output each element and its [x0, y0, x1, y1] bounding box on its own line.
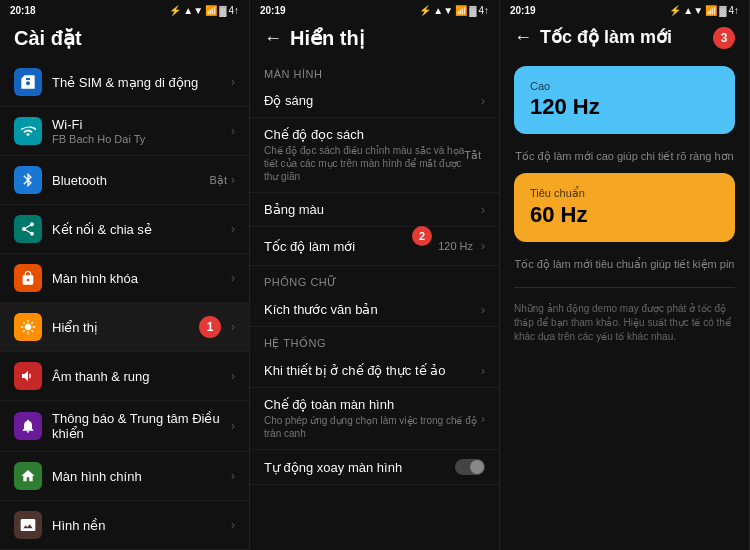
panel-refresh: 20:19 ⚡ ▲▼ 📶 ▓ 4↑ ← Tốc độ làm mới 3 Cao… — [500, 0, 750, 550]
bluetooth-value: Bật — [210, 174, 227, 187]
wallpaper-chevron: › — [231, 518, 235, 532]
autorotate-text: Tự động xoay màn hình — [264, 460, 455, 475]
settings-item-wallpaper[interactable]: Hình nền › — [0, 501, 249, 550]
wifi-icon-status: 📶 — [205, 5, 217, 16]
lockscreen-chevron: › — [231, 271, 235, 285]
display-item-brightness[interactable]: Độ sáng › — [250, 84, 499, 118]
status-bar-1: 20:18 ⚡ ▲▼ 📶 ▓ 4↑ — [0, 0, 249, 20]
connect-chevron: › — [231, 222, 235, 236]
battery-icon: ▓ — [219, 5, 226, 16]
refresh-chevron: › — [481, 239, 485, 253]
readmode-text: Chế độ đọc sách Chế độ đọc sách điều chỉ… — [264, 127, 464, 183]
status-icons-3: ⚡ ▲▼ 📶 ▓ 4↑ — [669, 5, 739, 16]
settings-title: Cài đặt — [14, 26, 82, 50]
fullscreen-text: Chế độ toàn màn hình Cho phép ứng dụng c… — [264, 397, 477, 440]
lockscreen-label: Màn hình khóa — [52, 271, 227, 286]
signal-icon-3: ▲▼ — [683, 5, 703, 16]
section-font: PHÔNG CHỮ — [250, 266, 499, 293]
display-item-autorotate[interactable]: Tự động xoay màn hình — [250, 450, 499, 485]
bluetooth-chevron: › — [231, 173, 235, 187]
back-button-display[interactable]: ← — [264, 28, 282, 49]
refresh-title: Tốc độ làm mới — [540, 26, 672, 48]
vrar-chevron: › — [481, 364, 485, 378]
refresh-value: 120 Hz — [438, 240, 473, 252]
connect-icon — [14, 215, 42, 243]
refresh-divider — [514, 287, 735, 288]
sound-chevron: › — [231, 369, 235, 383]
settings-item-notif[interactable]: Thông báo & Trung tâm Điều khiển › — [0, 401, 249, 452]
notif-icon — [14, 412, 42, 440]
status-icons-1: ⚡ ▲▼ 📶 ▓ 4↑ — [169, 5, 239, 16]
display-item-fullscreen[interactable]: Chế độ toàn màn hình Cho phép ứng dụng c… — [250, 388, 499, 450]
fullscreen-chevron: › — [481, 412, 485, 426]
display-title: Hiển thị — [290, 26, 365, 50]
display-item-color[interactable]: Bảng màu › — [250, 193, 499, 227]
sim-text: Thẻ SIM & mạng di động — [52, 75, 227, 90]
display-item-readmode[interactable]: Chế độ đọc sách Chế độ đọc sách điều chỉ… — [250, 118, 499, 193]
refresh-header: ← Tốc độ làm mới 3 — [500, 20, 749, 56]
settings-item-display[interactable]: Hiển thị 1 › — [0, 303, 249, 352]
status-icons-2: ⚡ ▲▼ 📶 ▓ 4↑ — [419, 5, 489, 16]
section-system: HỆ THỐNG — [250, 327, 499, 354]
display-icon — [14, 313, 42, 341]
display-badge: 1 — [199, 316, 221, 338]
back-button-refresh[interactable]: ← — [514, 27, 532, 48]
bluetooth-text: Bluetooth — [52, 173, 210, 188]
wallpaper-text: Hình nền — [52, 518, 227, 533]
time-2: 20:19 — [260, 5, 286, 16]
bluetooth-label: Bluetooth — [52, 173, 210, 188]
sound-label: Âm thanh & rung — [52, 369, 227, 384]
display-item-refresh[interactable]: Tốc độ làm mới 2 120 Hz › — [250, 227, 499, 266]
display-chevron: › — [231, 320, 235, 334]
wallpaper-label: Hình nền — [52, 518, 227, 533]
color-chevron: › — [481, 203, 485, 217]
settings-item-sound[interactable]: Âm thanh & rung › — [0, 352, 249, 401]
panel-settings: 20:18 ⚡ ▲▼ 📶 ▓ 4↑ Cài đặt Thẻ SIM & mạng… — [0, 0, 250, 550]
home-icon — [14, 462, 42, 490]
readmode-desc: Chế độ đọc sách điều chỉnh màu sắc và họ… — [264, 144, 464, 183]
brightness-text: Độ sáng — [264, 93, 477, 108]
wifi-label: Wi-Fi — [52, 117, 227, 132]
settings-item-lockscreen[interactable]: Màn hình khóa › — [0, 254, 249, 303]
refresh-label: Tốc độ làm mới — [264, 239, 412, 254]
settings-item-wifi[interactable]: Wi-Fi FB Bach Ho Dai Ty › — [0, 107, 249, 156]
connect-label: Kết nối & chia sẻ — [52, 222, 227, 237]
settings-item-bluetooth[interactable]: Bluetooth Bật › — [0, 156, 249, 205]
sim-label: Thẻ SIM & mạng di động — [52, 75, 227, 90]
status-bar-2: 20:19 ⚡ ▲▼ 📶 ▓ 4↑ — [250, 0, 499, 20]
fullscreen-label: Chế độ toàn màn hình — [264, 397, 477, 412]
vrar-label: Khi thiết bị ở chế độ thực tế ảo — [264, 363, 477, 378]
settings-item-sim[interactable]: Thẻ SIM & mạng di động › — [0, 58, 249, 107]
lockscreen-text: Màn hình khóa — [52, 271, 227, 286]
settings-list: Thẻ SIM & mạng di động › Wi-Fi FB Bach H… — [0, 58, 249, 550]
refresh-option-120[interactable]: Cao 120 Hz — [514, 66, 735, 134]
time-3: 20:19 — [510, 5, 536, 16]
display-item-fontsize[interactable]: Kích thước văn bản › — [250, 293, 499, 327]
bluetooth-status-icon: ⚡ — [169, 5, 181, 16]
settings-item-home[interactable]: Màn hình chính › — [0, 452, 249, 501]
autorotate-toggle[interactable] — [455, 459, 485, 475]
readmode-value: Tắt — [464, 149, 481, 162]
settings-header: Cài đặt — [0, 20, 249, 58]
refresh-high-sub: Cao — [530, 80, 719, 92]
notif-label: Thông báo & Trung tâm Điều khiển — [52, 411, 227, 441]
wifi-chevron: › — [231, 124, 235, 138]
refresh-option-60[interactable]: Tiêu chuẩn 60 Hz — [514, 173, 735, 242]
battery-icon-3: ▓ — [719, 5, 726, 16]
refresh-high-hz: 120 Hz — [530, 94, 719, 120]
refresh-options-container: Cao 120 Hz Tốc độ làm mới cao giúp chi t… — [500, 56, 749, 550]
refresh-std-desc: Tốc độ làm mới tiêu chuẩn giúp tiết kiệm… — [514, 254, 735, 281]
display-item-vrar[interactable]: Khi thiết bị ở chế độ thực tế ảo › — [250, 354, 499, 388]
fullscreen-desc: Cho phép ứng dụng chọn làm việc trong ch… — [264, 414, 477, 440]
battery-icon-2: ▓ — [469, 5, 476, 16]
home-label: Màn hình chính — [52, 469, 227, 484]
brightness-label: Độ sáng — [264, 93, 477, 108]
display-header: ← Hiển thị — [250, 20, 499, 58]
time-1: 20:18 — [10, 5, 36, 16]
settings-item-connect[interactable]: Kết nối & chia sẻ › — [0, 205, 249, 254]
color-text: Bảng màu — [264, 202, 477, 217]
refresh-bottom-desc: Những ảnh động demo may được phát ở tốc … — [514, 294, 735, 352]
autorotate-label: Tự động xoay màn hình — [264, 460, 455, 475]
panel-display: 20:19 ⚡ ▲▼ 📶 ▓ 4↑ ← Hiển thị MÀN HÌNH Độ… — [250, 0, 500, 550]
display-content: MÀN HÌNH Độ sáng › Chế độ đọc sách Chế đ… — [250, 58, 499, 550]
